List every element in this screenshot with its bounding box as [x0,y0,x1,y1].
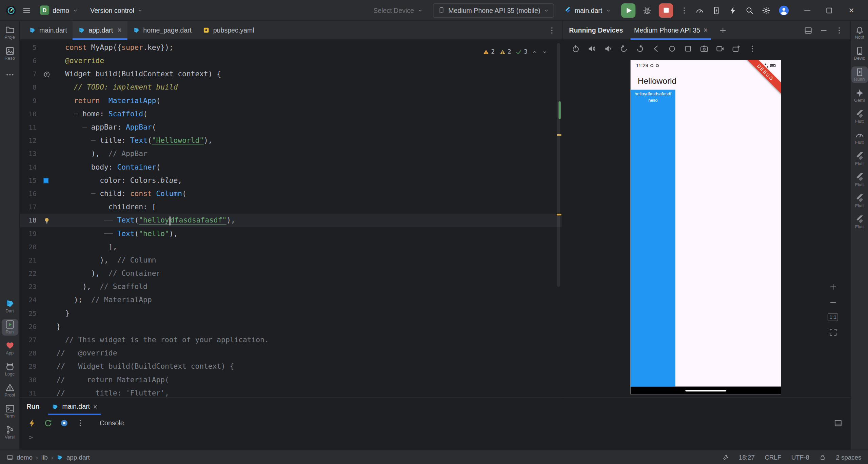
code-line-16[interactable]: 16 ─ child: const Column( [20,187,562,200]
screenshot-icon[interactable] [700,44,709,53]
code-line-21[interactable]: 21 ), // Column [20,254,562,267]
console-label[interactable]: Console [100,419,124,427]
profiler-icon[interactable] [695,6,704,15]
tool-button-device-manager[interactable]: Devic [851,45,868,62]
code-line-13[interactable]: 13 ), // AppBar [20,147,562,160]
line-ending[interactable]: CRLF [765,454,781,461]
close-icon[interactable]: × [93,403,97,410]
rotate-right-icon[interactable] [635,44,644,53]
code-line-9[interactable]: 9 return MaterialApp( [20,94,562,108]
hide-panel-icon[interactable] [819,26,828,35]
zoom-in-icon[interactable] [829,283,837,291]
more-actions-icon[interactable] [680,6,689,15]
editor-tab-home_page-dart[interactable]: home_page.dart [127,21,197,39]
tool-button-project[interactable]: Proje [1,24,18,41]
encoding[interactable]: UTF-8 [791,454,809,461]
lock-icon[interactable] [819,454,826,461]
code-line-12[interactable]: 12 ─ title: Text("Helloworld"), [20,134,562,147]
search-icon[interactable] [745,6,754,15]
close-button[interactable]: × [840,0,862,21]
editor-tab-main-dart[interactable]: main.dart [23,21,73,39]
nav-home-icon[interactable] [668,44,676,53]
main-menu-icon[interactable] [22,6,31,15]
run-button[interactable] [621,3,635,17]
code-line-26[interactable]: 26} [20,320,562,333]
code-line-30[interactable]: 30// return MaterialApp( [20,373,562,386]
code-line-22[interactable]: 22 ), // Container [20,267,562,280]
tool-button-flutter-tool-1[interactable]: Flutt [851,172,868,188]
editor-tab-app-dart[interactable]: app.dart× [73,21,127,39]
tool-button-version-control[interactable]: Versi [1,424,18,441]
inspections-widget[interactable]: 2 2 3 [480,44,550,60]
code-line-19[interactable]: 19 ── Text("hello"), [20,227,562,240]
code-line-17[interactable]: 17 children: [ [20,200,562,214]
project-widget-icon[interactable] [7,454,14,461]
tool-button-dart-analysis[interactable]: Dart [1,298,18,314]
minimize-button[interactable] [796,0,818,21]
screen-record-icon[interactable] [716,44,725,53]
emulator-screen[interactable]: 11:29 3G Helloworld helloydfasdsafasdf h… [631,60,781,394]
code-line-8[interactable]: 8 // TODO: implement build [20,81,562,94]
code-editor[interactable]: 5 const MyApp({super.key});6 @override7 … [20,40,562,398]
nav-overview-icon[interactable] [684,44,692,53]
tool-button-resource-manager[interactable]: Reso [1,45,18,62]
device-stream-icon[interactable] [712,6,721,15]
fit-screen-icon[interactable] [829,328,837,337]
layout-icon[interactable] [834,419,843,427]
code-line-28[interactable]: 28// @override [20,347,562,360]
close-icon[interactable]: × [704,26,708,34]
tool-button-gemini[interactable]: Gemi [851,88,868,104]
layout-icon[interactable] [804,26,813,35]
bolt-yellow-icon[interactable] [28,419,37,427]
more-vertical-icon[interactable] [76,419,85,427]
maximize-button[interactable] [818,0,840,21]
tool-button-terminal[interactable]: Term [1,403,18,420]
run-config-selector[interactable]: main.dart [561,5,614,16]
settings-icon[interactable] [762,6,771,15]
zoom-out-icon[interactable] [829,298,837,307]
code-line-25[interactable]: 25 } [20,307,562,320]
add-device-icon[interactable] [719,26,728,35]
devtools-icon[interactable] [60,419,68,427]
code-line-7[interactable]: 7 Widget build(BuildContext context) { [20,67,562,81]
panel-options-icon[interactable] [835,26,844,35]
stop-button[interactable] [659,3,673,17]
snapshot-icon[interactable] [732,44,741,53]
code-line-11[interactable]: 11 ─ appBar: AppBar( [20,121,562,134]
tool-button-app-quality-insights[interactable]: App [1,340,18,356]
code-line-10[interactable]: 10 ─ home: Scaffold( [20,108,562,121]
nav-back-icon[interactable] [652,44,660,53]
volume-down-icon[interactable] [604,44,612,53]
code-line-20[interactable]: 20 ], [20,240,562,254]
wrench-icon[interactable] [722,454,729,461]
hot-restart-icon[interactable] [44,419,53,427]
breadcrumb-item-app.dart[interactable]: app.dart [66,454,90,461]
run-tab-main-dart[interactable]: main.dart × [48,398,101,415]
code-line-14[interactable]: 14 body: Container( [20,160,562,174]
tool-button-flutter-inspector[interactable]: Flutt [851,151,868,167]
volume-up-icon[interactable] [587,44,596,53]
code-line-24[interactable]: 24 ); // MaterialApp [20,293,562,307]
breadcrumb-item-lib[interactable]: lib [41,454,48,461]
rotate-left-icon[interactable] [619,44,628,53]
console-output[interactable]: > [20,431,850,441]
code-line-29[interactable]: 29// Widget build(BuildContext context) … [20,360,562,373]
tool-button-flutter-performance[interactable]: Flutt [851,130,868,146]
breadcrumb-item-demo[interactable]: demo [17,454,33,461]
tab-list-menu[interactable] [548,21,556,39]
next-problem-icon[interactable] [542,49,547,55]
tool-button-flutter-outline[interactable]: Flutt [851,109,868,125]
editor-tab-pubspec-yaml[interactable]: pubspec.yaml [197,21,260,39]
device-tab[interactable]: Medium Phone API 35 × [631,21,711,39]
close-icon[interactable]: × [117,26,121,34]
bolt-icon[interactable] [729,6,737,15]
tool-button-problems[interactable]: Probl [1,382,18,399]
code-line-31[interactable]: 31// title: 'Flutter', [20,387,562,398]
more-vertical-icon[interactable] [748,44,757,53]
tool-button-flutter-tool-2[interactable]: Flutt [851,193,868,209]
caret-position[interactable]: 18:27 [739,454,755,461]
device-selector[interactable]: Medium Phone API 35 (mobile) [433,3,554,17]
code-line-23[interactable]: 23 ), // Scaffold [20,280,562,293]
debug-button-icon[interactable] [642,5,652,15]
project-selector[interactable]: D demo [37,4,81,17]
